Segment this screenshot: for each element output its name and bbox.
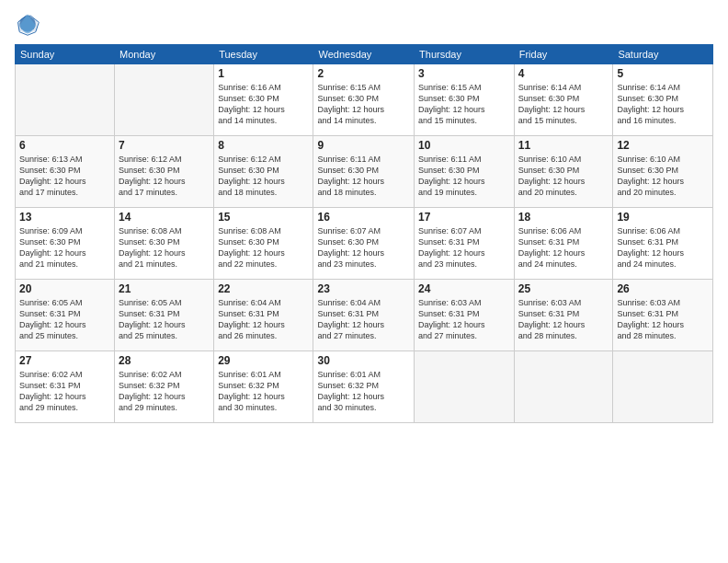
calendar-cell: 20Sunrise: 6:05 AM Sunset: 6:31 PM Dayli… <box>16 280 115 351</box>
day-number: 7 <box>119 139 210 152</box>
day-info: Sunrise: 6:07 AM Sunset: 6:31 PM Dayligh… <box>418 225 510 270</box>
day-number: 19 <box>617 211 709 224</box>
calendar-cell: 12Sunrise: 6:10 AM Sunset: 6:30 PM Dayli… <box>613 136 713 208</box>
calendar-header-saturday: Saturday <box>613 45 713 64</box>
calendar-cell: 25Sunrise: 6:03 AM Sunset: 6:31 PM Dayli… <box>514 280 613 351</box>
day-number: 2 <box>317 67 410 80</box>
page: SundayMondayTuesdayWednesdayThursdayFrid… <box>0 0 728 563</box>
day-info: Sunrise: 6:08 AM Sunset: 6:30 PM Dayligh… <box>119 225 210 270</box>
day-info: Sunrise: 6:03 AM Sunset: 6:31 PM Dayligh… <box>518 297 609 342</box>
day-number: 28 <box>119 354 210 367</box>
calendar-header-friday: Friday <box>514 45 613 64</box>
day-number: 11 <box>518 139 609 152</box>
day-info: Sunrise: 6:10 AM Sunset: 6:30 PM Dayligh… <box>518 154 609 199</box>
day-info: Sunrise: 6:04 AM Sunset: 6:31 PM Dayligh… <box>317 297 410 342</box>
day-info: Sunrise: 6:03 AM Sunset: 6:31 PM Dayligh… <box>418 297 510 342</box>
day-number: 5 <box>617 67 709 80</box>
day-info: Sunrise: 6:13 AM Sunset: 6:30 PM Dayligh… <box>19 154 110 199</box>
calendar-cell: 26Sunrise: 6:03 AM Sunset: 6:31 PM Dayli… <box>613 280 713 351</box>
calendar-cell: 14Sunrise: 6:08 AM Sunset: 6:30 PM Dayli… <box>115 208 214 280</box>
calendar-cell <box>115 64 214 136</box>
day-number: 30 <box>317 354 410 367</box>
logo <box>15 11 44 37</box>
calendar-cell <box>613 351 713 423</box>
day-number: 14 <box>119 211 210 224</box>
calendar-cell: 6Sunrise: 6:13 AM Sunset: 6:30 PM Daylig… <box>16 136 115 208</box>
day-number: 9 <box>317 139 410 152</box>
day-number: 1 <box>218 67 309 80</box>
day-number: 12 <box>617 139 709 152</box>
calendar: SundayMondayTuesdayWednesdayThursdayFrid… <box>15 44 713 423</box>
calendar-header-tuesday: Tuesday <box>214 45 313 64</box>
day-info: Sunrise: 6:12 AM Sunset: 6:30 PM Dayligh… <box>119 154 210 199</box>
calendar-cell: 10Sunrise: 6:11 AM Sunset: 6:30 PM Dayli… <box>415 136 515 208</box>
calendar-cell: 17Sunrise: 6:07 AM Sunset: 6:31 PM Dayli… <box>415 208 515 280</box>
calendar-cell: 24Sunrise: 6:03 AM Sunset: 6:31 PM Dayli… <box>415 280 515 351</box>
day-info: Sunrise: 6:14 AM Sunset: 6:30 PM Dayligh… <box>518 82 609 127</box>
day-number: 24 <box>418 282 510 295</box>
day-number: 15 <box>218 211 309 224</box>
day-info: Sunrise: 6:02 AM Sunset: 6:31 PM Dayligh… <box>19 369 110 414</box>
day-number: 26 <box>617 282 709 295</box>
day-info: Sunrise: 6:01 AM Sunset: 6:32 PM Dayligh… <box>218 369 309 414</box>
calendar-cell: 16Sunrise: 6:07 AM Sunset: 6:30 PM Dayli… <box>313 208 415 280</box>
calendar-cell: 13Sunrise: 6:09 AM Sunset: 6:30 PM Dayli… <box>16 208 115 280</box>
day-info: Sunrise: 6:15 AM Sunset: 6:30 PM Dayligh… <box>317 82 410 127</box>
day-number: 20 <box>19 282 110 295</box>
day-number: 16 <box>317 211 410 224</box>
calendar-cell: 7Sunrise: 6:12 AM Sunset: 6:30 PM Daylig… <box>115 136 214 208</box>
day-info: Sunrise: 6:04 AM Sunset: 6:31 PM Dayligh… <box>218 297 309 342</box>
day-info: Sunrise: 6:07 AM Sunset: 6:30 PM Dayligh… <box>317 225 410 270</box>
calendar-cell <box>415 351 515 423</box>
calendar-header-row: SundayMondayTuesdayWednesdayThursdayFrid… <box>16 45 713 64</box>
calendar-cell: 28Sunrise: 6:02 AM Sunset: 6:32 PM Dayli… <box>115 351 214 423</box>
day-number: 23 <box>317 282 410 295</box>
calendar-cell: 27Sunrise: 6:02 AM Sunset: 6:31 PM Dayli… <box>16 351 115 423</box>
day-number: 6 <box>19 139 110 152</box>
logo-icon <box>15 11 40 37</box>
calendar-cell: 5Sunrise: 6:14 AM Sunset: 6:30 PM Daylig… <box>613 64 713 136</box>
day-number: 10 <box>418 139 510 152</box>
day-number: 3 <box>418 67 510 80</box>
calendar-cell: 19Sunrise: 6:06 AM Sunset: 6:31 PM Dayli… <box>613 208 713 280</box>
day-number: 18 <box>518 211 609 224</box>
day-info: Sunrise: 6:11 AM Sunset: 6:30 PM Dayligh… <box>418 154 510 199</box>
day-info: Sunrise: 6:02 AM Sunset: 6:32 PM Dayligh… <box>119 369 210 414</box>
day-number: 27 <box>19 354 110 367</box>
calendar-cell: 30Sunrise: 6:01 AM Sunset: 6:32 PM Dayli… <box>313 351 415 423</box>
calendar-week-5: 27Sunrise: 6:02 AM Sunset: 6:31 PM Dayli… <box>16 351 713 423</box>
day-number: 8 <box>218 139 309 152</box>
calendar-cell <box>16 64 115 136</box>
calendar-header-wednesday: Wednesday <box>313 45 415 64</box>
calendar-cell: 23Sunrise: 6:04 AM Sunset: 6:31 PM Dayli… <box>313 280 415 351</box>
calendar-cell: 29Sunrise: 6:01 AM Sunset: 6:32 PM Dayli… <box>214 351 313 423</box>
day-number: 29 <box>218 354 309 367</box>
calendar-cell: 3Sunrise: 6:15 AM Sunset: 6:30 PM Daylig… <box>415 64 515 136</box>
day-info: Sunrise: 6:16 AM Sunset: 6:30 PM Dayligh… <box>218 82 309 127</box>
header <box>15 11 713 37</box>
calendar-cell <box>514 351 613 423</box>
day-info: Sunrise: 6:12 AM Sunset: 6:30 PM Dayligh… <box>218 154 309 199</box>
day-number: 13 <box>19 211 110 224</box>
day-info: Sunrise: 6:01 AM Sunset: 6:32 PM Dayligh… <box>317 369 410 414</box>
day-info: Sunrise: 6:03 AM Sunset: 6:31 PM Dayligh… <box>617 297 709 342</box>
day-number: 22 <box>218 282 309 295</box>
calendar-cell: 11Sunrise: 6:10 AM Sunset: 6:30 PM Dayli… <box>514 136 613 208</box>
day-info: Sunrise: 6:11 AM Sunset: 6:30 PM Dayligh… <box>317 154 410 199</box>
calendar-cell: 4Sunrise: 6:14 AM Sunset: 6:30 PM Daylig… <box>514 64 613 136</box>
day-info: Sunrise: 6:15 AM Sunset: 6:30 PM Dayligh… <box>418 82 510 127</box>
calendar-week-3: 13Sunrise: 6:09 AM Sunset: 6:30 PM Dayli… <box>16 208 713 280</box>
day-info: Sunrise: 6:05 AM Sunset: 6:31 PM Dayligh… <box>119 297 210 342</box>
calendar-header-sunday: Sunday <box>16 45 115 64</box>
day-info: Sunrise: 6:08 AM Sunset: 6:30 PM Dayligh… <box>218 225 309 270</box>
calendar-cell: 9Sunrise: 6:11 AM Sunset: 6:30 PM Daylig… <box>313 136 415 208</box>
day-number: 21 <box>119 282 210 295</box>
day-info: Sunrise: 6:14 AM Sunset: 6:30 PM Dayligh… <box>617 82 709 127</box>
day-info: Sunrise: 6:09 AM Sunset: 6:30 PM Dayligh… <box>19 225 110 270</box>
day-number: 17 <box>418 211 510 224</box>
calendar-cell: 15Sunrise: 6:08 AM Sunset: 6:30 PM Dayli… <box>214 208 313 280</box>
day-info: Sunrise: 6:05 AM Sunset: 6:31 PM Dayligh… <box>19 297 110 342</box>
calendar-header-monday: Monday <box>115 45 214 64</box>
day-info: Sunrise: 6:06 AM Sunset: 6:31 PM Dayligh… <box>617 225 709 270</box>
day-number: 4 <box>518 67 609 80</box>
